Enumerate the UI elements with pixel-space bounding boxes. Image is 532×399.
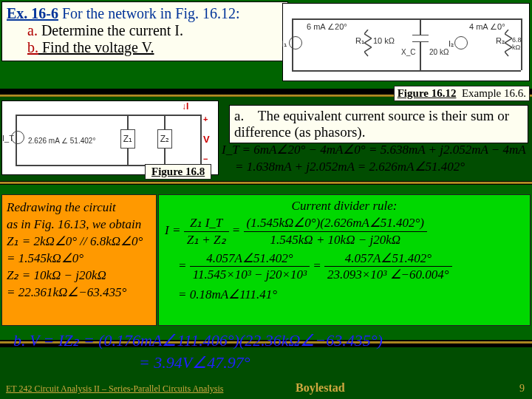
example-prefix: Ex. 16-6 [7,5,58,21]
r1-value: 10 kΩ [373,36,395,45]
xc-value: 20 kΩ [429,48,449,56]
it-value: 2.626 mA ∠ 51.402° [28,137,117,145]
figure-16-8-label: Figure 16.8 [145,164,211,180]
part-a-label: a. [27,22,38,38]
v-plus: + [203,115,208,123]
r1-label: R₁ [355,36,364,46]
example-part-b: b. Find the voltage V. [27,39,283,56]
footer-course: ET 242 Circuit Analysis II – Series-Para… [6,383,223,395]
part-b-text: Find the voltage V. [42,39,154,55]
equiv-text: The equivalent current source is their s… [234,108,509,140]
footer-author: Boylestad [296,381,345,395]
eq3: = [313,258,321,272]
green-title: Current divider rule: [165,198,524,214]
orange-l1: Redrawing the circuit [7,200,151,216]
z2-box: Z₂ [157,129,172,149]
b-line2: = 3.94V∠47.97° [13,352,519,374]
i2-value: 4 mA ∠0° [469,22,505,32]
footer-page: 9 [519,383,525,395]
b-line1: b. V = IZ₂ = (0.176mA∠111.406°)(22.36kΩ∠… [13,330,519,352]
redraw-box: Redrawing the circuit as in Fig. 16.13, … [1,194,157,326]
i2-label: I₂ [449,39,454,49]
figure-16-12-num: Figure 16.12 [398,87,457,99]
green-lhs: I = [165,223,180,237]
r2-value: 6.8 kΩ [512,36,529,51]
frac1: Z₁ I_T Z₁ + Z₂ [184,215,229,248]
eq2: = [178,258,186,272]
eq1: = [232,223,240,237]
it-eq-line2: = 1.638mA + j2.052mA = 2.626mA∠51.402° [222,159,528,176]
orange-l2: as in Fig. 16.13, we obtain [7,216,151,233]
it-equations: I_T = 6mA∠20° − 4mA∠0° = 5.638mA + j2.05… [222,142,528,176]
z1-box: Z₁ [120,129,135,149]
example-title-rest: For the network in Fig. 16.12: [62,5,240,21]
v-label: V [203,134,210,145]
current-divider-box: Current divider rule: I = Z₁ I_T Z₁ + Z₂… [158,194,531,326]
frac3: 4.057A∠51.402° 11.545×10³ − j20×10³ [190,250,310,283]
it-label: I_T [2,134,14,143]
orange-l6: = 22.361kΩ∠−63.435° [7,284,151,301]
figure-16-12-caption: Example 16.6. [462,87,526,99]
orange-l3: Z₁ = 2kΩ∠0° // 6.8kΩ∠0° [7,233,151,250]
i-arrow: ↓I [182,101,188,112]
green-result: = 0.18mA∠111.41° [165,287,524,302]
it-eq-line1: I_T = 6mA∠20° − 4mA∠0° = 5.638mA + j2.05… [222,142,528,159]
i1-value: 6 mA ∠20° [307,22,347,32]
example-title: Ex. 16-6 For the network in Fig. 16.12: [7,5,283,22]
xc-label: X_C [401,48,415,56]
equivalent-source-box: a. The equivalent current source is thei… [229,105,528,143]
example-part-a: a. Determine the current I. [27,22,283,39]
figure-16-12-label: Figure 16.12 Example 16.6. [394,86,530,101]
part-a-text: Determine the current I. [41,22,183,38]
part-b-label: b. [27,39,38,55]
orange-l5: Z₂ = 10kΩ − j20kΩ [7,267,151,284]
r2-label: R₂ [496,36,505,46]
green-row2: = 4.057A∠51.402° 11.545×10³ − j20×10³ = … [165,250,524,283]
example-box: Ex. 16-6 For the network in Fig. 16.12: … [1,1,288,61]
figure-16-12-circuit: I₁ 6 mA ∠20° R₁ 10 kΩ X_C 20 kΩ I₂ 4 mA … [282,3,530,81]
v-minus: − [203,154,208,163]
orange-l4: = 1.545kΩ∠0° [7,250,151,267]
part-b-answer: b. V = IZ₂ = (0.176mA∠111.406°)(22.36kΩ∠… [13,330,519,373]
i1-label: I₁ [282,39,287,49]
frac2: (1.545kΩ∠0°)(2.626mA∠51.402°) 1.545kΩ + … [244,215,428,248]
frac4: 4.057A∠51.402° 23.093×10³ ∠−60.004° [324,250,452,283]
green-row1: I = Z₁ I_T Z₁ + Z₂ = (1.545kΩ∠0°)(2.626m… [165,215,524,248]
equiv-a-label: a. [234,108,244,123]
